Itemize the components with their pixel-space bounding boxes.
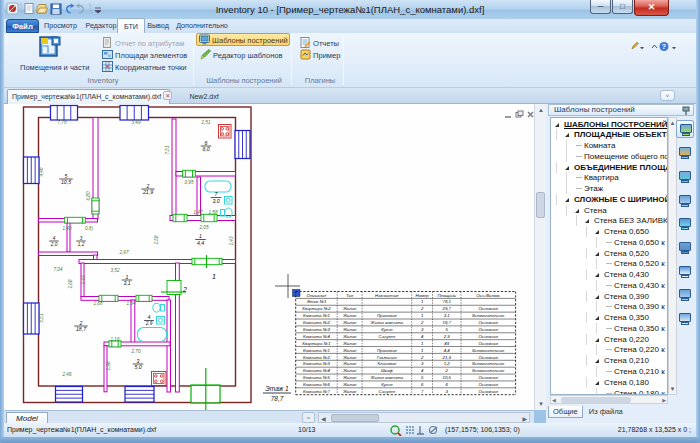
- svg-text:Основная: Основная: [479, 382, 499, 387]
- svg-text:4: 4: [421, 334, 424, 339]
- svg-text:1,58: 1,58: [209, 210, 218, 215]
- svg-text:5,0: 5,0: [134, 364, 141, 370]
- svg-text:1,54: 1,54: [127, 301, 136, 306]
- svg-text:Номер: Номер: [415, 293, 429, 298]
- svg-text:Жилая: Жилая: [342, 320, 357, 325]
- svg-text:Кухня: Кухня: [381, 327, 393, 332]
- svg-text:7,04: 7,04: [54, 267, 63, 272]
- svg-text:Жилая комната: Жилая комната: [370, 375, 404, 380]
- svg-text:5: 5: [421, 375, 424, 380]
- svg-text:Жилая: Жилая: [342, 375, 357, 380]
- svg-text:Шкаф: Шкаф: [381, 368, 393, 373]
- svg-text:3: 3: [446, 389, 449, 394]
- svg-text:Вспомогательная: Вспомогательная: [472, 349, 504, 353]
- svg-text:3,49: 3,49: [132, 120, 141, 125]
- svg-text:Гостиная: Гостиная: [377, 355, 397, 360]
- svg-text:4: 4: [421, 368, 424, 373]
- svg-text:4,48: 4,48: [39, 167, 44, 176]
- svg-text:Основная: Основная: [479, 334, 499, 339]
- svg-text:1,58: 1,58: [154, 235, 159, 244]
- svg-text:Жилая: Жилая: [342, 341, 357, 346]
- svg-text:2: 2: [79, 320, 83, 326]
- svg-text:Жилая: Жилая: [342, 355, 357, 360]
- svg-text:6: 6: [205, 140, 208, 146]
- svg-text:Жилая: Жилая: [342, 313, 357, 318]
- svg-text:Комната №3: Комната №3: [303, 327, 330, 332]
- svg-text:18,7: 18,7: [443, 320, 452, 325]
- svg-text:1: 1: [421, 348, 424, 353]
- svg-text:Тип: Тип: [346, 293, 354, 298]
- svg-text:1: 1: [126, 274, 129, 280]
- svg-text:6: 6: [446, 382, 449, 387]
- svg-text:2: 2: [182, 286, 187, 293]
- svg-text:Жилая: Жилая: [342, 334, 357, 339]
- svg-text:3: 3: [80, 236, 83, 241]
- svg-text:Жилая: Жилая: [342, 382, 357, 387]
- svg-text:Комната №4: Комната №4: [303, 368, 330, 373]
- svg-text:?: ?: [662, 43, 666, 50]
- svg-text:1: 1: [421, 299, 424, 304]
- svg-text:Основная: Основная: [479, 375, 499, 380]
- svg-text:7,51: 7,51: [165, 145, 170, 154]
- svg-text:4,4: 4,4: [444, 348, 451, 353]
- svg-text:1,47: 1,47: [194, 210, 203, 215]
- svg-text:1,2: 1,2: [444, 361, 451, 366]
- svg-text:2: 2: [420, 306, 424, 311]
- svg-text:1: 1: [212, 273, 216, 280]
- svg-text:Прихожая: Прихожая: [377, 348, 398, 353]
- svg-text:Назначение: Назначение: [375, 293, 399, 298]
- svg-text:Комната №1: Комната №1: [303, 313, 330, 318]
- svg-text:3: 3: [137, 358, 140, 364]
- svg-text:Комната №5: Комната №5: [303, 375, 330, 380]
- svg-text:Вспомогательная: Вспомогательная: [472, 362, 504, 366]
- svg-text:Площадь: Площадь: [437, 293, 456, 298]
- svg-text:10,5: 10,5: [443, 375, 452, 380]
- svg-text:1,43: 1,43: [229, 236, 234, 245]
- svg-text:Жилая: Жилая: [342, 306, 357, 311]
- svg-text:Комната №2: Комната №2: [303, 355, 330, 360]
- svg-text:78,7: 78,7: [271, 395, 284, 402]
- svg-text:Основная: Основная: [479, 327, 499, 332]
- svg-text:Основная: Основная: [479, 355, 499, 360]
- svg-text:2: 2: [420, 320, 424, 325]
- svg-text:Жилая: Жилая: [342, 348, 357, 353]
- svg-text:2,46: 2,46: [62, 372, 72, 377]
- svg-text:Комната №4: Комната №4: [303, 334, 330, 339]
- svg-text:2: 2: [445, 368, 449, 373]
- svg-text:2: 2: [146, 183, 150, 189]
- svg-text:1,68: 1,68: [68, 279, 73, 288]
- svg-text:Квартира №2: Квартира №2: [302, 306, 331, 311]
- svg-text:Комната №1: Комната №1: [303, 348, 330, 353]
- svg-text:2,51: 2,51: [201, 120, 211, 125]
- svg-text:1,43: 1,43: [81, 275, 86, 284]
- svg-text:1: 1: [199, 233, 202, 239]
- svg-text:Жилая: Жилая: [342, 327, 357, 332]
- svg-text:Основная: Основная: [479, 306, 499, 311]
- svg-text:3,0: 3,0: [212, 198, 219, 204]
- svg-text:3,52: 3,52: [111, 268, 120, 273]
- svg-text:Комната №2: Комната №2: [303, 320, 330, 325]
- svg-text:5: 5: [446, 327, 449, 332]
- svg-text:Жилая: Жилая: [342, 368, 357, 373]
- svg-text:Комната №3: Комната №3: [303, 361, 330, 366]
- svg-text:Комната №6: Комната №6: [303, 382, 330, 387]
- svg-text:4: 4: [53, 236, 56, 241]
- svg-text:1: 1: [421, 341, 424, 346]
- svg-text:0,95: 0,95: [185, 180, 194, 185]
- svg-text:3,1: 3,1: [444, 313, 451, 318]
- svg-text:Этаж №1: Этаж №1: [306, 299, 327, 304]
- svg-text:Кухня: Кухня: [381, 382, 393, 387]
- svg-text:2: 2: [420, 355, 424, 360]
- svg-text:5,51: 5,51: [39, 313, 44, 322]
- svg-text:Этаж 1: Этаж 1: [265, 385, 289, 392]
- svg-text:Санузел: Санузел: [379, 334, 396, 339]
- svg-text:Основная: Основная: [479, 341, 499, 346]
- svg-text:2,9: 2,9: [443, 334, 451, 339]
- svg-text:2,97: 2,97: [119, 250, 129, 255]
- svg-text:Вспомогательная: Вспомогательная: [472, 369, 504, 373]
- svg-text:Квартира №1: Квартира №1: [302, 341, 331, 346]
- svg-text:7,78: 7,78: [58, 120, 67, 125]
- svg-text:3,1: 3,1: [123, 280, 130, 286]
- svg-text:2,0: 2,0: [50, 242, 58, 247]
- svg-text:29,7: 29,7: [442, 306, 452, 311]
